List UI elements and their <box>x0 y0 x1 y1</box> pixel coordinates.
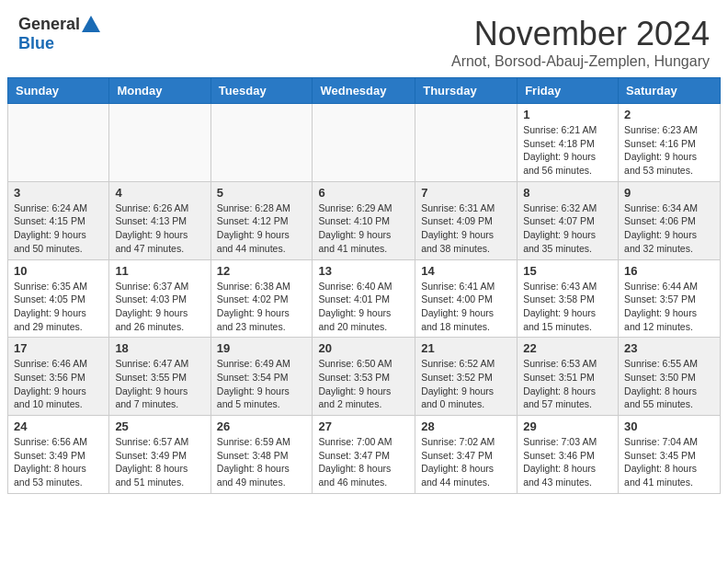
day-info: Sunrise: 6:31 AM Sunset: 4:09 PM Dayligh… <box>421 201 511 256</box>
calendar-week-row: 17Sunrise: 6:46 AM Sunset: 3:56 PM Dayli… <box>8 338 721 416</box>
calendar-cell: 1Sunrise: 6:21 AM Sunset: 4:18 PM Daylig… <box>518 104 619 182</box>
day-number: 15 <box>523 264 612 278</box>
calendar-cell <box>210 104 313 182</box>
day-info: Sunrise: 6:59 AM Sunset: 3:48 PM Dayligh… <box>217 435 307 489</box>
day-info: Sunrise: 6:49 AM Sunset: 3:54 PM Dayligh… <box>217 357 307 411</box>
day-info: Sunrise: 6:52 AM Sunset: 3:52 PM Dayligh… <box>421 357 511 411</box>
day-number: 13 <box>318 264 409 278</box>
day-info: Sunrise: 6:56 AM Sunset: 3:49 PM Dayligh… <box>14 435 103 489</box>
day-info: Sunrise: 6:35 AM Sunset: 4:05 PM Dayligh… <box>14 280 103 334</box>
day-info: Sunrise: 7:02 AM Sunset: 3:47 PM Dayligh… <box>421 435 511 489</box>
day-number: 25 <box>115 419 204 433</box>
calendar-cell: 20Sunrise: 6:50 AM Sunset: 3:53 PM Dayli… <box>313 338 415 416</box>
calendar-cell: 30Sunrise: 7:04 AM Sunset: 3:45 PM Dayli… <box>619 416 721 494</box>
calendar-cell: 7Sunrise: 6:31 AM Sunset: 4:09 PM Daylig… <box>415 181 518 259</box>
calendar-cell: 25Sunrise: 6:57 AM Sunset: 3:49 PM Dayli… <box>109 416 210 494</box>
day-number: 18 <box>115 341 204 355</box>
day-info: Sunrise: 6:41 AM Sunset: 4:00 PM Dayligh… <box>421 280 511 334</box>
day-info: Sunrise: 6:28 AM Sunset: 4:12 PM Dayligh… <box>217 201 307 256</box>
calendar-week-row: 3Sunrise: 6:24 AM Sunset: 4:15 PM Daylig… <box>8 181 721 259</box>
day-number: 10 <box>14 264 103 278</box>
day-number: 2 <box>624 108 714 121</box>
calendar-cell: 15Sunrise: 6:43 AM Sunset: 3:58 PM Dayli… <box>518 259 619 338</box>
day-number: 9 <box>624 186 714 200</box>
day-number: 29 <box>523 419 612 433</box>
calendar-cell <box>313 104 415 182</box>
logo-general-text: General <box>18 15 80 34</box>
month-title: November 2024 <box>451 15 710 53</box>
weekday-header-row: SundayMondayTuesdayWednesdayThursdayFrid… <box>8 78 721 104</box>
day-number: 11 <box>115 264 204 278</box>
weekday-header-friday: Friday <box>518 78 619 104</box>
weekday-header-thursday: Thursday <box>415 78 518 104</box>
calendar-cell: 23Sunrise: 6:55 AM Sunset: 3:50 PM Dayli… <box>619 338 721 416</box>
day-info: Sunrise: 6:44 AM Sunset: 3:57 PM Dayligh… <box>624 280 714 334</box>
day-number: 23 <box>624 341 714 355</box>
calendar-cell: 6Sunrise: 6:29 AM Sunset: 4:10 PM Daylig… <box>313 181 415 259</box>
day-number: 20 <box>318 341 409 355</box>
day-info: Sunrise: 6:43 AM Sunset: 3:58 PM Dayligh… <box>523 280 612 334</box>
calendar-week-row: 10Sunrise: 6:35 AM Sunset: 4:05 PM Dayli… <box>8 259 721 338</box>
day-info: Sunrise: 7:04 AM Sunset: 3:45 PM Dayligh… <box>624 435 714 489</box>
calendar-cell <box>8 104 109 182</box>
calendar-week-row: 1Sunrise: 6:21 AM Sunset: 4:18 PM Daylig… <box>8 104 721 182</box>
day-info: Sunrise: 6:21 AM Sunset: 4:18 PM Dayligh… <box>523 123 612 178</box>
calendar-cell: 26Sunrise: 6:59 AM Sunset: 3:48 PM Dayli… <box>210 416 313 494</box>
day-info: Sunrise: 6:26 AM Sunset: 4:13 PM Dayligh… <box>115 201 204 256</box>
day-number: 24 <box>14 419 103 433</box>
calendar-table: SundayMondayTuesdayWednesdayThursdayFrid… <box>7 77 721 494</box>
calendar-cell: 3Sunrise: 6:24 AM Sunset: 4:15 PM Daylig… <box>8 181 109 259</box>
calendar-cell: 22Sunrise: 6:53 AM Sunset: 3:51 PM Dayli… <box>518 338 619 416</box>
calendar-cell <box>109 104 210 182</box>
logo: General Blue <box>18 15 100 53</box>
page-header: General Blue November 2024 Arnot, Borsod… <box>0 0 728 77</box>
calendar-cell: 18Sunrise: 6:47 AM Sunset: 3:55 PM Dayli… <box>109 338 210 416</box>
day-number: 30 <box>624 419 714 433</box>
weekday-header-wednesday: Wednesday <box>313 78 415 104</box>
calendar-cell: 19Sunrise: 6:49 AM Sunset: 3:54 PM Dayli… <box>210 338 313 416</box>
calendar-cell: 5Sunrise: 6:28 AM Sunset: 4:12 PM Daylig… <box>210 181 313 259</box>
day-number: 3 <box>14 186 103 200</box>
weekday-header-sunday: Sunday <box>8 78 109 104</box>
calendar-cell: 24Sunrise: 6:56 AM Sunset: 3:49 PM Dayli… <box>8 416 109 494</box>
calendar-cell: 21Sunrise: 6:52 AM Sunset: 3:52 PM Dayli… <box>415 338 518 416</box>
calendar-cell: 16Sunrise: 6:44 AM Sunset: 3:57 PM Dayli… <box>619 259 721 338</box>
calendar-cell: 11Sunrise: 6:37 AM Sunset: 4:03 PM Dayli… <box>109 259 210 338</box>
weekday-header-saturday: Saturday <box>619 78 721 104</box>
day-number: 4 <box>115 186 204 200</box>
calendar-cell: 10Sunrise: 6:35 AM Sunset: 4:05 PM Dayli… <box>8 259 109 338</box>
day-info: Sunrise: 6:38 AM Sunset: 4:02 PM Dayligh… <box>217 280 307 334</box>
day-number: 14 <box>421 264 511 278</box>
day-info: Sunrise: 6:55 AM Sunset: 3:50 PM Dayligh… <box>624 357 714 411</box>
day-number: 12 <box>217 264 307 278</box>
calendar-cell: 9Sunrise: 6:34 AM Sunset: 4:06 PM Daylig… <box>619 181 721 259</box>
calendar-cell: 8Sunrise: 6:32 AM Sunset: 4:07 PM Daylig… <box>518 181 619 259</box>
day-info: Sunrise: 6:34 AM Sunset: 4:06 PM Dayligh… <box>624 201 714 256</box>
day-info: Sunrise: 6:40 AM Sunset: 4:01 PM Dayligh… <box>318 280 409 334</box>
day-info: Sunrise: 6:23 AM Sunset: 4:16 PM Dayligh… <box>624 123 714 178</box>
day-info: Sunrise: 6:32 AM Sunset: 4:07 PM Dayligh… <box>523 201 612 256</box>
calendar-cell: 2Sunrise: 6:23 AM Sunset: 4:16 PM Daylig… <box>619 104 721 182</box>
day-number: 17 <box>14 341 103 355</box>
day-number: 19 <box>217 341 307 355</box>
day-number: 1 <box>523 108 612 121</box>
day-number: 26 <box>217 419 307 433</box>
location-subtitle: Arnot, Borsod-Abauj-Zemplen, Hungary <box>451 53 710 70</box>
logo-triangle-icon <box>82 16 100 32</box>
day-info: Sunrise: 7:00 AM Sunset: 3:47 PM Dayligh… <box>318 435 409 489</box>
title-section: November 2024 Arnot, Borsod-Abauj-Zemple… <box>451 15 710 70</box>
day-number: 22 <box>523 341 612 355</box>
calendar-week-row: 24Sunrise: 6:56 AM Sunset: 3:49 PM Dayli… <box>8 416 721 494</box>
calendar-cell: 17Sunrise: 6:46 AM Sunset: 3:56 PM Dayli… <box>8 338 109 416</box>
calendar-cell: 29Sunrise: 7:03 AM Sunset: 3:46 PM Dayli… <box>518 416 619 494</box>
day-number: 27 <box>318 419 409 433</box>
day-info: Sunrise: 7:03 AM Sunset: 3:46 PM Dayligh… <box>523 435 612 489</box>
day-info: Sunrise: 6:24 AM Sunset: 4:15 PM Dayligh… <box>14 201 103 256</box>
weekday-header-monday: Monday <box>109 78 210 104</box>
weekday-header-tuesday: Tuesday <box>210 78 313 104</box>
calendar-cell: 27Sunrise: 7:00 AM Sunset: 3:47 PM Dayli… <box>313 416 415 494</box>
day-number: 16 <box>624 264 714 278</box>
day-info: Sunrise: 6:46 AM Sunset: 3:56 PM Dayligh… <box>14 357 103 411</box>
day-number: 6 <box>318 186 409 200</box>
calendar-cell <box>415 104 518 182</box>
